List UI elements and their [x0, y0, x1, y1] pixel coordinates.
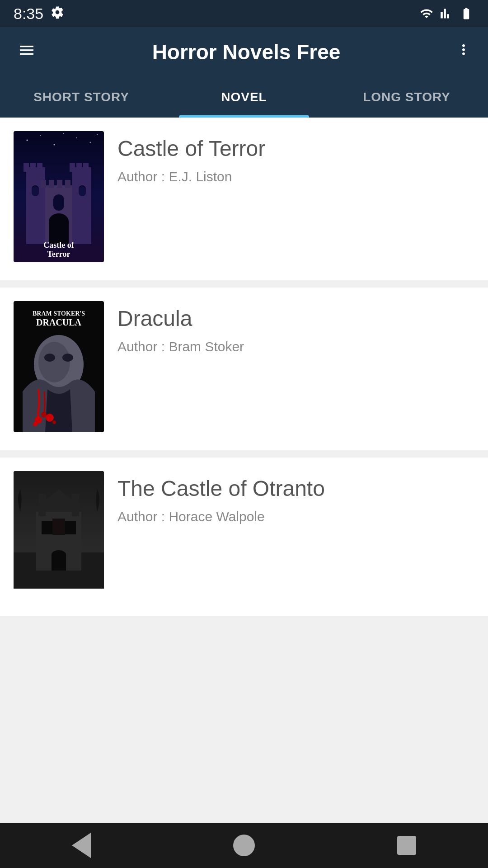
book-title: The Castle of Otranto [117, 476, 461, 502]
status-time: 8:35 [14, 5, 43, 23]
book-title: Dracula [117, 306, 461, 332]
svg-rect-57 [25, 559, 28, 577]
svg-text:Terror: Terror [47, 250, 70, 259]
status-right [418, 7, 474, 20]
svg-rect-14 [72, 167, 91, 244]
svg-rect-13 [37, 163, 42, 172]
svg-rect-56 [18, 559, 21, 577]
svg-rect-28 [79, 186, 86, 196]
svg-rect-21 [65, 180, 70, 188]
svg-rect-18 [41, 180, 46, 188]
svg-point-6 [97, 134, 98, 135]
svg-rect-15 [70, 163, 75, 172]
svg-rect-48 [38, 494, 46, 516]
svg-rect-53 [53, 519, 64, 534]
svg-rect-27 [32, 186, 39, 196]
back-button[interactable] [66, 830, 97, 861]
svg-rect-61 [18, 570, 29, 571]
status-left: 8:35 [14, 5, 64, 23]
svg-rect-60 [18, 564, 29, 566]
app-bar: Horror Novels Free [0, 27, 488, 77]
svg-point-41 [33, 422, 38, 426]
svg-rect-17 [83, 163, 89, 172]
svg-rect-19 [49, 180, 54, 188]
svg-point-40 [46, 414, 54, 422]
svg-rect-16 [76, 163, 82, 172]
app-title: Horror Novels Free [46, 40, 446, 64]
nav-bar [0, 823, 488, 868]
svg-rect-20 [57, 180, 62, 188]
svg-rect-59 [97, 559, 99, 577]
book-author: Author : E.J. Liston [117, 169, 461, 184]
svg-point-7 [63, 133, 64, 134]
battery-icon [458, 7, 474, 20]
tab-long-story[interactable]: LONG STORY [325, 77, 488, 118]
list-item[interactable]: The Castle of Otranto Author : Horace Wa… [0, 458, 488, 616]
book-author: Author : Horace Walpole [117, 509, 461, 524]
book-info-castle-of-terror: Castle of Terror Author : E.J. Liston [104, 131, 474, 189]
tab-novel[interactable]: NOVEL [163, 77, 325, 118]
svg-point-5 [90, 142, 91, 143]
home-button[interactable] [228, 830, 260, 861]
book-cover-otranto [14, 471, 104, 602]
svg-point-37 [62, 354, 73, 362]
svg-rect-12 [30, 163, 36, 172]
svg-text:Castle of: Castle of [43, 241, 74, 250]
svg-point-55 [52, 550, 66, 559]
svg-rect-58 [90, 559, 93, 577]
svg-point-4 [76, 137, 77, 138]
book-cover-castle-of-terror: Castle of Terror [14, 131, 104, 262]
svg-text:BRAM STOKER'S: BRAM STOKER'S [33, 310, 85, 317]
menu-button[interactable] [16, 41, 37, 63]
svg-point-35 [38, 342, 70, 382]
more-options-button[interactable] [455, 39, 472, 65]
svg-point-1 [27, 140, 28, 141]
svg-rect-51 [65, 521, 76, 534]
svg-rect-10 [26, 167, 45, 244]
recents-button[interactable] [391, 830, 422, 861]
svg-rect-11 [23, 163, 29, 172]
svg-point-23 [49, 213, 69, 230]
tab-bar: SHORT STORY NOVEL LONG STORY [0, 77, 488, 118]
signal-icon [440, 7, 453, 20]
list-item[interactable]: Castle of Terror Castle of Terror Author… [0, 118, 488, 280]
book-info-otranto: The Castle of Otranto Author : Horace Wa… [104, 471, 474, 529]
svg-rect-62 [88, 564, 99, 566]
wifi-icon [418, 7, 435, 20]
book-info-dracula: Dracula Author : Bram Stoker [104, 301, 474, 359]
book-list: Castle of Terror Castle of Terror Author… [0, 118, 488, 616]
svg-point-2 [40, 135, 41, 136]
svg-rect-26 [53, 194, 64, 211]
settings-icon[interactable] [51, 5, 64, 22]
svg-rect-49 [72, 494, 79, 516]
svg-text:DRACULA: DRACULA [36, 317, 82, 327]
book-author: Author : Bram Stoker [117, 339, 461, 354]
status-bar: 8:35 [0, 0, 488, 27]
book-cover-dracula: BRAM STOKER'S DRACULA [14, 301, 104, 432]
svg-point-39 [41, 412, 47, 417]
book-title: Castle of Terror [117, 136, 461, 162]
svg-point-36 [44, 354, 55, 362]
svg-point-3 [54, 144, 55, 146]
tab-short-story[interactable]: SHORT STORY [0, 77, 163, 118]
list-item[interactable]: BRAM STOKER'S DRACULA [0, 288, 488, 450]
svg-rect-50 [42, 521, 52, 534]
svg-rect-63 [88, 570, 99, 571]
svg-point-42 [52, 420, 56, 424]
